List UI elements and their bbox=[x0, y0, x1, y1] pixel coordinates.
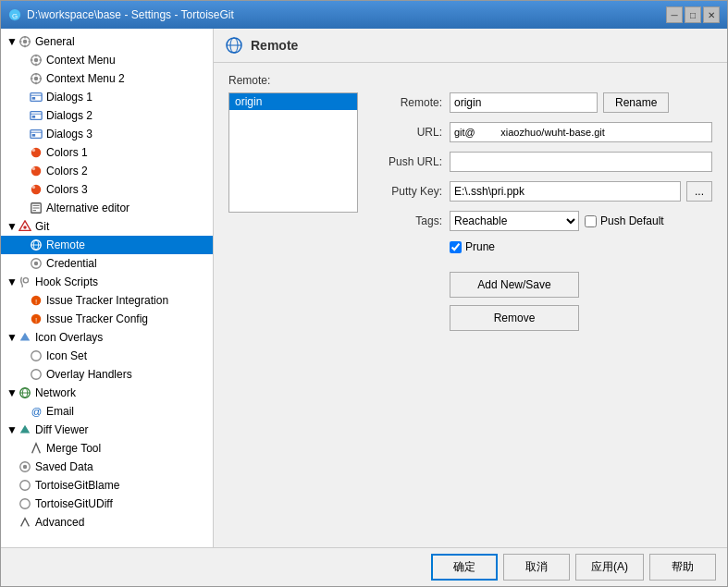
sidebar-label: Diff Viewer bbox=[35, 423, 89, 436]
putty-key-field-input[interactable] bbox=[450, 181, 681, 202]
sidebar-label: Hook Scripts bbox=[35, 275, 98, 288]
sidebar-item-colors-1[interactable]: Colors 1 bbox=[1, 143, 213, 162]
sidebar-label: Alternative editor bbox=[46, 202, 130, 214]
sidebar-item-hook-scripts[interactable]: ▼ Hook Scripts bbox=[1, 273, 213, 291]
sidebar-item-saved-data[interactable]: Saved Data bbox=[1, 458, 213, 476]
push-url-field-input[interactable] bbox=[450, 152, 712, 172]
svg-rect-22 bbox=[32, 97, 36, 100]
sidebar-label: Git bbox=[35, 220, 49, 233]
sidebar-item-dialogs-2[interactable]: Dialogs 2 bbox=[1, 106, 213, 125]
sidebar-label: Dialogs 2 bbox=[46, 109, 93, 122]
remove-button[interactable]: Remove bbox=[450, 305, 579, 331]
svg-text:!: ! bbox=[35, 298, 37, 306]
sidebar-item-dialogs-1[interactable]: Dialogs 1 bbox=[1, 88, 213, 106]
svg-rect-28 bbox=[32, 134, 36, 137]
sidebar-item-merge-tool[interactable]: Merge Tool bbox=[1, 439, 213, 458]
sidebar-item-issue-tracker-config[interactable]: ! Issue Tracker Config bbox=[1, 310, 213, 328]
form-area: Remote: Rename URL: Push URL: bbox=[373, 92, 712, 331]
sidebar-item-icon-overlays[interactable]: ▼ Icon Overlays bbox=[1, 328, 213, 347]
svg-point-46 bbox=[23, 278, 28, 283]
sidebar-item-advanced[interactable]: Advanced bbox=[1, 513, 213, 532]
sidebar-item-diff-viewer[interactable]: ▼ Diff Viewer bbox=[1, 421, 213, 439]
sidebar-label: Merge Tool bbox=[46, 442, 101, 455]
sidebar-label: Saved Data bbox=[35, 460, 93, 473]
remote-list-item-origin[interactable]: origin bbox=[229, 93, 357, 110]
expand-arrow: ▼ bbox=[6, 387, 18, 398]
alt-editor-icon bbox=[29, 201, 43, 215]
panel-header-icon bbox=[225, 36, 243, 55]
ok-button[interactable]: 确定 bbox=[431, 554, 498, 581]
push-default-label[interactable]: Push Default bbox=[585, 214, 664, 227]
tags-select[interactable]: Reachable All None bbox=[450, 211, 579, 231]
issue-tracker-icon: ! bbox=[29, 293, 43, 308]
sidebar-label: Dialogs 3 bbox=[46, 128, 93, 141]
putty-key-field-row: Putty Key: ... bbox=[373, 181, 712, 202]
minimize-button[interactable]: ─ bbox=[666, 6, 683, 23]
dialogs-1-icon bbox=[29, 90, 43, 104]
diff-viewer-icon bbox=[18, 422, 32, 437]
sidebar-item-remote[interactable]: Remote bbox=[1, 236, 213, 254]
svg-point-3 bbox=[23, 40, 27, 43]
url-field-input[interactable] bbox=[450, 122, 712, 142]
svg-text:!: ! bbox=[35, 316, 37, 324]
push-default-checkbox[interactable] bbox=[585, 215, 597, 227]
sidebar-item-context-menu[interactable]: Context Menu bbox=[1, 51, 213, 69]
sidebar-item-context-menu-2[interactable]: Context Menu 2 bbox=[1, 69, 213, 88]
push-default-text: Push Default bbox=[600, 214, 664, 227]
sidebar-item-icon-set[interactable]: Icon Set bbox=[1, 347, 213, 365]
sidebar-item-tortoisegit-udiff[interactable]: TortoiseGitUDiff bbox=[1, 495, 213, 513]
sidebar-item-alt-editor[interactable]: Alternative editor bbox=[1, 199, 213, 217]
prune-row: Prune bbox=[373, 240, 712, 253]
sidebar-label: Icon Set bbox=[46, 349, 87, 362]
window-title: D:\workspace\base - Settings - TortoiseG… bbox=[27, 8, 234, 21]
prune-text: Prune bbox=[465, 240, 495, 253]
sidebar-label: TortoiseGitUDiff bbox=[35, 497, 113, 510]
sidebar-item-colors-2[interactable]: Colors 2 bbox=[1, 162, 213, 180]
remote-field-row: Remote: Rename bbox=[373, 92, 712, 113]
advanced-icon bbox=[18, 515, 32, 530]
sidebar-item-overlay-handlers[interactable]: Overlay Handlers bbox=[1, 365, 213, 384]
right-panel: Remote Remote: origin Remote: bbox=[214, 29, 727, 547]
sidebar-label: Colors 1 bbox=[46, 146, 88, 159]
svg-text:@: @ bbox=[31, 406, 43, 417]
sidebar-label: Issue Tracker Integration bbox=[46, 294, 168, 307]
sidebar-item-network[interactable]: ▼ Network bbox=[1, 384, 213, 402]
remote-list-box[interactable]: origin bbox=[228, 92, 358, 213]
close-button[interactable]: ✕ bbox=[703, 6, 720, 23]
cancel-button[interactable]: 取消 bbox=[503, 554, 570, 581]
expand-arrow: ▼ bbox=[6, 332, 18, 343]
sidebar-item-colors-3[interactable]: Colors 3 bbox=[1, 180, 213, 199]
sidebar-item-email[interactable]: @ Email bbox=[1, 402, 213, 421]
tags-field-row: Tags: Reachable All None Push Default bbox=[373, 211, 712, 231]
sidebar-item-git[interactable]: ▼ Git bbox=[1, 217, 213, 236]
rename-button[interactable]: Rename bbox=[603, 92, 669, 113]
sidebar-label: Context Menu 2 bbox=[46, 72, 125, 85]
svg-point-45 bbox=[34, 262, 38, 265]
sidebar-item-general[interactable]: ▼ General bbox=[1, 32, 213, 51]
remote-list-label: Remote: bbox=[228, 74, 712, 87]
sidebar-item-dialogs-3[interactable]: Dialogs 3 bbox=[1, 125, 213, 143]
maximize-button[interactable]: □ bbox=[685, 6, 701, 23]
sidebar-item-tortoisegit-blame[interactable]: TortoiseGitBlame bbox=[1, 476, 213, 495]
expand-arrow: ▼ bbox=[6, 276, 18, 287]
apply-button[interactable]: 应用(A) bbox=[575, 554, 644, 581]
blame-icon bbox=[18, 478, 32, 493]
help-button[interactable]: 帮助 bbox=[649, 554, 716, 581]
svg-point-60 bbox=[20, 499, 31, 509]
browse-button[interactable]: ... bbox=[686, 181, 712, 202]
sidebar-item-credential[interactable]: Credential bbox=[1, 254, 213, 273]
prune-checkbox[interactable] bbox=[450, 241, 462, 253]
remote-and-form: origin Remote: Rename URL: bbox=[228, 92, 712, 331]
git-icon bbox=[18, 219, 32, 234]
add-new-save-button[interactable]: Add New/Save bbox=[450, 272, 579, 298]
sidebar-label: Email bbox=[46, 405, 74, 418]
title-bar-controls: ─ □ ✕ bbox=[666, 6, 720, 23]
svg-point-30 bbox=[32, 149, 36, 153]
prune-label[interactable]: Prune bbox=[450, 240, 495, 253]
panel-title: Remote bbox=[251, 38, 298, 53]
remote-field-input[interactable] bbox=[450, 92, 598, 113]
action-buttons: Add New/Save Remove bbox=[450, 272, 712, 331]
remote-field-label: Remote: bbox=[373, 96, 442, 109]
sidebar-item-issue-tracker[interactable]: ! Issue Tracker Integration bbox=[1, 291, 213, 310]
sidebar-label: Context Menu bbox=[46, 54, 116, 67]
